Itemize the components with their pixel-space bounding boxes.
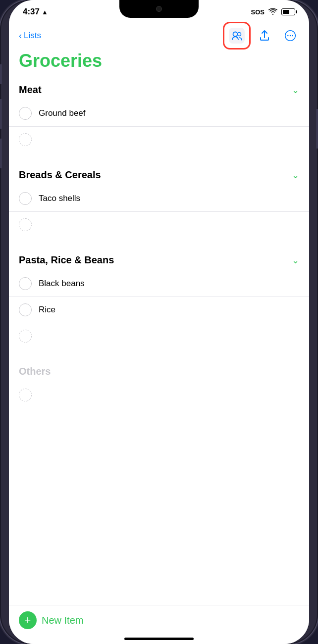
section-pasta-rice-beans: Pasta, Rice & Beans ⌄ Black beans Rice — [9, 248, 309, 349]
status-right-icons: SOS — [251, 8, 295, 16]
list-item[interactable]: Black beans — [9, 271, 309, 297]
section-breads-cereals: Breads & Cereals ⌄ Taco shells — [9, 162, 309, 238]
notch — [119, 0, 199, 18]
section-gap-2 — [9, 238, 309, 248]
more-icon — [284, 30, 296, 42]
new-item-plus-circle: + — [19, 611, 37, 629]
phone-screen: 4:37 ▲ SOS ‹ — [9, 0, 309, 644]
section-title-others: Others — [19, 366, 51, 377]
svg-point-6 — [292, 35, 293, 37]
new-item-plus-icon: + — [25, 615, 31, 626]
item-text-rice: Rice — [39, 305, 55, 315]
list-item-placeholder[interactable] — [9, 127, 309, 152]
item-checkbox-placeholder-pasta[interactable] — [19, 330, 32, 343]
section-title-pasta: Pasta, Rice & Beans — [19, 254, 114, 266]
svg-point-4 — [287, 35, 289, 37]
page-title: Groceries — [19, 50, 299, 71]
section-gap-1 — [9, 152, 309, 162]
wifi-icon — [268, 8, 277, 15]
section-chevron-breads: ⌄ — [292, 170, 299, 181]
list-item[interactable]: Ground beef — [9, 100, 309, 127]
list-item[interactable]: Taco shells — [9, 186, 309, 212]
new-item-button[interactable]: + New Item — [19, 611, 299, 629]
section-chevron-meat: ⌄ — [292, 85, 299, 96]
phone-frame: 4:37 ▲ SOS ‹ — [0, 0, 318, 644]
power-button[interactable] — [316, 109, 318, 149]
collaborate-icon — [229, 28, 245, 44]
section-header-pasta[interactable]: Pasta, Rice & Beans ⌄ — [9, 248, 309, 271]
item-text-ground-beef: Ground beef — [39, 108, 86, 118]
home-indicator[interactable] — [124, 638, 194, 640]
section-header-meat[interactable]: Meat ⌄ — [9, 77, 309, 100]
nav-actions — [226, 25, 299, 47]
item-checkbox-taco-shells[interactable] — [19, 192, 32, 205]
section-header-others: Others — [9, 359, 309, 382]
page-title-area: Groceries — [9, 49, 309, 77]
volume-down-button[interactable] — [0, 139, 2, 168]
collaborate-button-wrapper — [226, 25, 248, 47]
list-item-placeholder[interactable] — [9, 382, 309, 408]
item-checkbox-placeholder[interactable] — [19, 133, 32, 146]
section-chevron-pasta: ⌄ — [292, 255, 299, 266]
more-button[interactable] — [281, 27, 299, 45]
section-title-meat: Meat — [19, 84, 42, 96]
sos-indicator: SOS — [251, 8, 265, 16]
item-text-black-beans: Black beans — [39, 279, 85, 289]
back-chevron-icon: ‹ — [19, 31, 22, 41]
item-checkbox-ground-beef[interactable] — [19, 107, 32, 120]
section-meat: Meat ⌄ Ground beef — [9, 77, 309, 152]
section-gap-4 — [9, 408, 309, 418]
status-time: 4:37 ▲ — [23, 7, 48, 17]
item-checkbox-rice[interactable] — [19, 303, 32, 316]
list-item-placeholder[interactable] — [9, 212, 309, 238]
list-item-placeholder[interactable] — [9, 323, 309, 349]
item-text-taco-shells: Taco shells — [39, 194, 80, 203]
battery-fill — [283, 10, 289, 14]
mute-button[interactable] — [0, 64, 2, 84]
back-label: Lists — [24, 31, 41, 41]
section-header-breads[interactable]: Breads & Cereals ⌄ — [9, 162, 309, 186]
section-others: Others — [9, 359, 309, 408]
item-checkbox-placeholder-breads[interactable] — [19, 218, 32, 231]
battery-icon — [281, 8, 295, 15]
share-icon — [259, 30, 270, 42]
collaborate-button[interactable] — [226, 25, 248, 47]
time-display: 4:37 — [23, 7, 40, 17]
section-gap-3 — [9, 349, 309, 359]
volume-up-button[interactable] — [0, 99, 2, 129]
list-item[interactable]: Rice — [9, 297, 309, 323]
location-icon: ▲ — [42, 8, 48, 16]
svg-point-5 — [290, 35, 291, 37]
share-button[interactable] — [256, 27, 273, 45]
back-button[interactable]: ‹ Lists — [19, 31, 41, 41]
front-camera — [156, 6, 162, 12]
section-gap-5 — [9, 418, 309, 428]
item-checkbox-black-beans[interactable] — [19, 277, 32, 290]
navigation-bar: ‹ Lists — [9, 21, 309, 49]
content-area: Meat ⌄ Ground beef Breads & Cereals ⌄ — [9, 77, 309, 472]
section-title-breads: Breads & Cereals — [19, 169, 101, 181]
item-checkbox-placeholder-others[interactable] — [19, 389, 32, 401]
new-item-label: New Item — [42, 615, 83, 626]
